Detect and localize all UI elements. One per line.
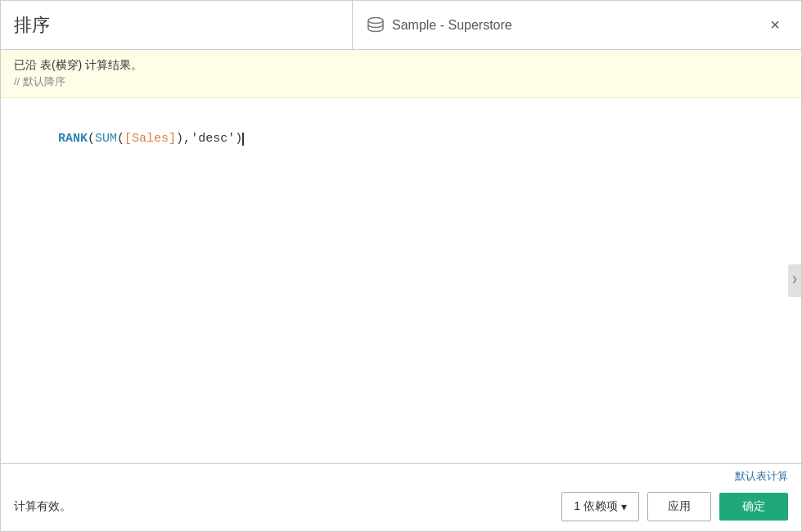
depends-label: 1 依赖项 [574, 499, 618, 514]
field-name: [Sales] [124, 132, 176, 146]
info-banner: 已沿 表(横穿) 计算结果。 // 默认降序 [1, 50, 801, 98]
ok-button[interactable]: 确定 [719, 493, 788, 521]
string-value: 'desc' [191, 132, 235, 146]
chevron-down-icon: ▾ [621, 500, 627, 513]
close-bracket: ) [176, 132, 183, 146]
info-line2: // 默认降序 [14, 74, 788, 89]
bottom-main-row: 计算有效。 1 依赖项 ▾ 应用 确定 [1, 485, 801, 531]
info-line1: 已沿 表(横穿) 计算结果。 [14, 58, 788, 73]
text-cursor [242, 133, 244, 146]
svg-point-0 [368, 17, 383, 23]
close-button[interactable]: × [762, 12, 788, 38]
depends-button[interactable]: 1 依赖项 ▾ [561, 492, 639, 521]
chevron-right-icon: ❯ [791, 273, 797, 288]
database-icon [366, 16, 385, 35]
open-bracket: ( [117, 132, 124, 146]
title-left: 排序 [1, 1, 353, 49]
apply-button[interactable]: 应用 [647, 492, 711, 521]
dialog: 排序 Sample - Superstore × 已沿 表(横穿) 计算结果。 … [0, 0, 802, 532]
collapse-handle[interactable]: ❯ [788, 264, 801, 297]
close-paren: ) [235, 132, 242, 146]
open-paren: ( [88, 132, 95, 146]
bottom-bar: 默认表计算 计算有效。 1 依赖项 ▾ 应用 确定 [1, 463, 801, 531]
title-right: Sample - Superstore × [353, 1, 801, 49]
title-bar: 排序 Sample - Superstore × [1, 1, 801, 50]
dialog-title: 排序 [14, 13, 50, 38]
keyword-rank: RANK [58, 132, 88, 146]
code-line: RANK(SUM([Sales]),'desc') [14, 110, 788, 169]
comma: , [183, 132, 191, 146]
code-editor[interactable]: RANK(SUM([Sales]),'desc') ❯ [1, 98, 801, 463]
keyword-sum: SUM [95, 132, 117, 146]
default-table-link[interactable]: 默认表计算 [735, 469, 788, 484]
status-text: 计算有效。 [14, 499, 553, 514]
datasource-name: Sample - Superstore [392, 18, 755, 33]
bottom-top-row: 默认表计算 [1, 464, 801, 485]
